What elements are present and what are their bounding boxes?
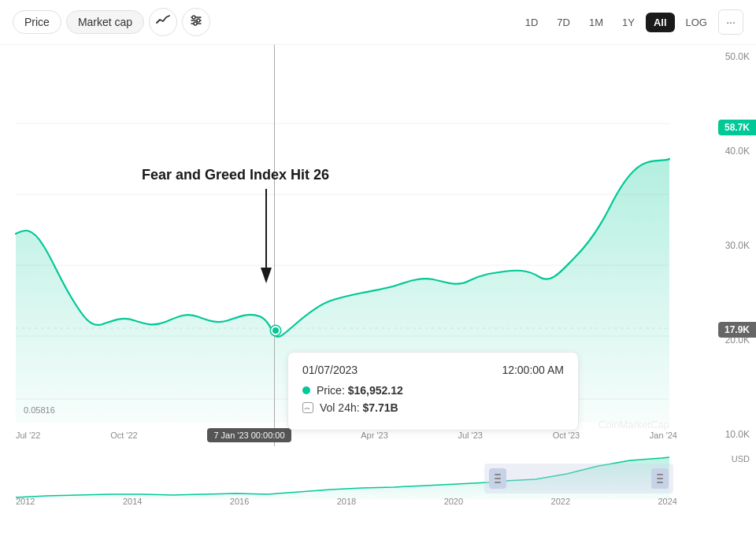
time-btn-1y[interactable]: 1Y [614,13,643,32]
y-badge-mid: 17.9K [718,322,756,338]
tab-market-cap[interactable]: Market cap [66,10,144,34]
range-handle-left[interactable] [489,468,506,489]
tooltip-vol-icon [302,402,313,413]
mini-x-label-2024: 2024 [658,497,676,506]
svg-point-5 [194,22,197,25]
x-label-jan23: 7 Jan '23 00:00:00 [207,428,291,442]
mini-x-label-2016: 2016 [230,497,249,506]
tooltip-price-dot [302,386,310,394]
range-handle-line [495,474,501,475]
adjust-icon-btn[interactable] [182,8,210,36]
time-btn-7d[interactable]: 7D [549,13,578,32]
range-handle-line [495,478,501,479]
tooltip-price-value: $16,952.12 [348,384,403,397]
mini-x-label-2022: 2022 [551,497,570,506]
tab-price[interactable]: Price [13,10,61,34]
tooltip-date: 01/07/2023 [302,364,358,376]
svg-point-3 [192,16,195,19]
y-label-30k: 30.0K [677,240,756,251]
tooltip-vol-value: $7.71B [363,401,398,414]
mini-x-label-2012: 2012 [16,497,35,506]
time-btn-1d[interactable]: 1D [517,13,547,32]
annotation-arrow-icon [258,189,274,283]
mini-x-label-2018: 2018 [337,497,356,506]
range-handle-line [657,474,663,475]
more-options-button[interactable]: ··· [718,9,743,35]
tooltip: 01/07/2023 12:00:00 AM Price: $16,952.12… [287,352,579,431]
range-handle-line [657,482,663,483]
x-label-oct22: Oct '22 [110,431,138,440]
time-btn-1m[interactable]: 1M [581,13,611,32]
y-label-50k: 50.0K [677,51,756,62]
mini-x-axis: 2012 2014 2016 2018 2020 2022 2024 [16,493,677,509]
time-btn-all[interactable]: All [646,13,675,32]
range-handle-line [657,478,663,479]
tooltip-vol-text: Vol 24h: $7.71B [320,401,398,414]
range-handle-right[interactable] [651,468,669,489]
toolbar: Price Market cap 1D [0,0,756,45]
tooltip-price-label: Price: [317,384,345,397]
y-label-10k: 10.0K [677,429,756,440]
time-btn-log[interactable]: LOG [678,13,715,32]
mini-x-label-2014: 2014 [123,497,142,506]
tooltip-vol-row: Vol 24h: $7.71B [302,401,564,414]
x-label-apr23: Apr '23 [361,431,388,440]
x-label-jan24: Jan '24 [650,431,677,440]
svg-point-4 [197,19,200,22]
tooltip-header: 01/07/2023 12:00:00 AM [302,364,564,376]
tooltip-time: 12:00:00 AM [502,364,564,376]
watermark: CoinMarketCap [598,419,669,431]
toolbar-left: Price Market cap [13,8,210,36]
range-selector[interactable] [484,464,673,493]
y-axis: 50.0K 40.0K 30.0K 20.0K 10.0K [677,45,756,446]
data-point-dot [271,326,280,335]
bottom-value-label: 0.05816 [24,405,55,415]
svg-marker-13 [261,268,272,283]
tooltip-price-row: Price: $16,952.12 [302,384,564,397]
mini-x-label-2020: 2020 [444,497,463,506]
usd-label: USD [732,454,750,464]
annotation-text: Fear and Greed Index Hit 26 [142,167,329,183]
x-label-jul23: Jul '23 [458,431,482,440]
tooltip-price-text: Price: $16,952.12 [317,384,403,397]
y-label-40k: 40.0K [677,146,756,157]
range-handle-left-lines [495,474,501,483]
line-chart-icon [156,14,170,30]
range-handle-line [495,482,501,483]
chart-area: 50.0K 40.0K 30.0K 20.0K 10.0K 58.7K 17.9… [0,45,756,509]
y-badge-top: 58.7K [718,120,756,135]
toolbar-right: 1D 7D 1M 1Y All LOG ··· [517,9,743,35]
adjust-icon [190,14,202,30]
line-chart-icon-btn[interactable] [149,8,177,36]
x-label-oct23: Oct '23 [553,431,580,440]
annotation: Fear and Greed Index Hit 26 [142,167,329,183]
x-label-jul22: Jul '22 [16,431,40,440]
range-handle-right-lines [657,474,663,483]
tooltip-vol-label: Vol 24h: [320,401,360,414]
